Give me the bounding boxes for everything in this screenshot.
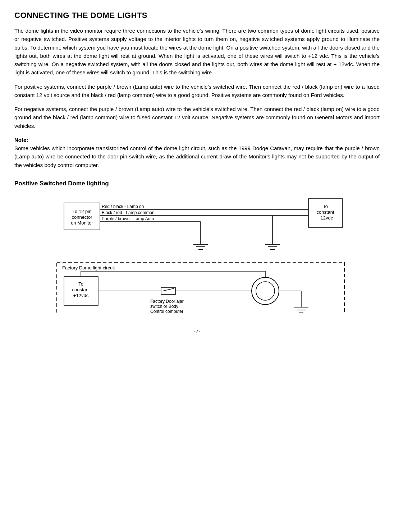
- svg-text:Factory Door ajar: Factory Door ajar: [150, 299, 184, 304]
- note-text: Some vehicles which incorporate transist…: [14, 145, 380, 168]
- svg-text:Black / red - Lamp common: Black / red - Lamp common: [102, 210, 155, 215]
- svg-text:Purple / brown - Lamp Auto: Purple / brown - Lamp Auto: [102, 216, 154, 221]
- positive-dome-svg: To 12 pin connector on Monitor Red / bla…: [42, 192, 352, 314]
- svg-text:To: To: [78, 281, 83, 287]
- paragraph-3: For negative systems, connect the purple…: [14, 105, 380, 130]
- diagram-area: Positive Switched Dome lighting To 12 pi…: [14, 180, 380, 314]
- paragraph-1: The dome lights in the video monitor req…: [14, 27, 380, 77]
- svg-text:constant: constant: [72, 287, 90, 292]
- svg-text:Red / black - Lamp on: Red / black - Lamp on: [102, 204, 144, 209]
- svg-text:Factory Dome light circuit: Factory Dome light circuit: [62, 265, 115, 270]
- note-section: Note: Some vehicles which incorporate tr…: [14, 136, 380, 169]
- svg-text:constant: constant: [316, 209, 334, 215]
- svg-point-38: [256, 282, 275, 300]
- svg-text:connector: connector: [72, 214, 92, 220]
- svg-text:To 12 pin: To 12 pin: [73, 209, 92, 214]
- svg-text:+12vdc: +12vdc: [318, 215, 333, 221]
- note-label: Note:: [14, 137, 28, 143]
- paragraph-2: For positive systems, connect the purple…: [14, 83, 380, 100]
- svg-text:on Monitor: on Monitor: [71, 220, 93, 226]
- positive-diagram: To 12 pin connector on Monitor Red / bla…: [14, 192, 380, 314]
- diagram-title: Positive Switched Dome lighting: [14, 180, 380, 187]
- svg-text:switch  or  Body: switch or Body: [150, 304, 178, 309]
- page-number: -7-: [14, 329, 380, 334]
- svg-text:+12vdc: +12vdc: [73, 293, 89, 298]
- svg-text:To: To: [323, 204, 328, 209]
- svg-text:Control  computer: Control computer: [150, 309, 183, 314]
- page-title: CONNECTING THE DOME LIGHTS: [14, 11, 380, 20]
